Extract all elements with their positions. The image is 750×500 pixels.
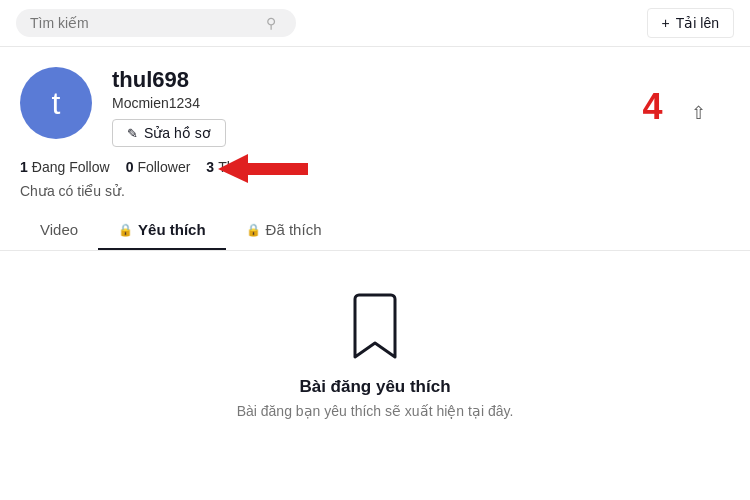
svg-marker-1: [218, 154, 248, 183]
profile-section: t thul698 Mocmien1234 ✎ Sửa hồ sơ 4 ⇧: [0, 47, 750, 159]
edit-profile-button[interactable]: ✎ Sửa hồ sơ: [112, 119, 226, 147]
stats-section: 1 Đang Follow 0 Follower 3 Thích: [0, 159, 750, 183]
stat-following: 1 Đang Follow: [20, 159, 110, 175]
profile-info: thul698 Mocmien1234 ✎ Sửa hồ sơ 4 ⇧: [112, 67, 730, 147]
upload-plus-icon: +: [662, 15, 670, 31]
tab-favorited[interactable]: 🔒 Đã thích: [226, 211, 342, 250]
edit-icon: ✎: [127, 126, 138, 141]
empty-state-title: Bài đăng yêu thích: [299, 377, 450, 397]
tab-video[interactable]: Video: [20, 211, 98, 250]
tab-liked[interactable]: 🔒 Yêu thích: [98, 211, 226, 250]
tabs: Video 🔒 Yêu thích 🔒 Đã thích: [0, 211, 750, 251]
bookmark-icon-wrap: [345, 291, 405, 361]
header: ⚲ + Tải lên: [0, 0, 750, 47]
username: thul698: [112, 67, 643, 93]
tab-liked-label: Yêu thích: [138, 221, 206, 238]
avatar: t: [20, 67, 92, 139]
svg-rect-0: [248, 163, 308, 175]
following-count: 1: [20, 159, 28, 175]
edit-button-label: Sửa hồ sơ: [144, 125, 211, 141]
search-icon: ⚲: [266, 15, 276, 31]
nickname: Mocmien1234: [112, 95, 643, 111]
lock-icon-liked: 🔒: [118, 223, 133, 237]
share-icon[interactable]: ⇧: [687, 99, 710, 127]
bio-text: Chưa có tiểu sử.: [20, 183, 125, 199]
tab-video-label: Video: [40, 221, 78, 238]
followers-count: 0: [126, 159, 134, 175]
red-arrow-annotation: [218, 150, 328, 192]
search-bar[interactable]: ⚲: [16, 9, 296, 37]
upload-button[interactable]: + Tải lên: [647, 8, 734, 38]
annotation-number: 4: [643, 86, 663, 127]
empty-state: Bài đăng yêu thích Bài đăng bạn yêu thíc…: [0, 251, 750, 459]
search-input[interactable]: [30, 15, 260, 31]
lock-icon-favorited: 🔒: [246, 223, 261, 237]
likes-count: 3: [206, 159, 214, 175]
bio-section: Chưa có tiểu sử.: [0, 183, 750, 211]
following-label: Đang Follow: [32, 159, 110, 175]
followers-label: Follower: [137, 159, 190, 175]
upload-label: Tải lên: [676, 15, 719, 31]
tab-favorited-label: Đã thích: [266, 221, 322, 238]
empty-state-subtitle: Bài đăng bạn yêu thích sẽ xuất hiện tại …: [237, 403, 514, 419]
stat-followers: 0 Follower: [126, 159, 191, 175]
